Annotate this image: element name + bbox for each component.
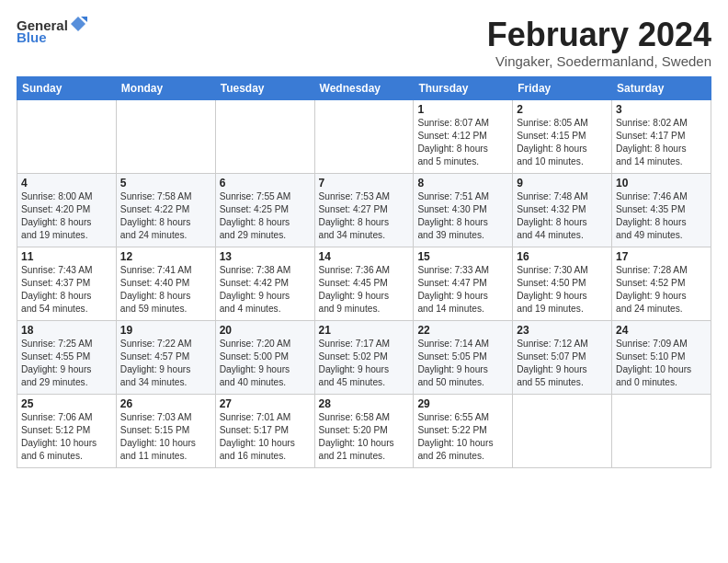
cell-0-6: 3Sunrise: 8:02 AM Sunset: 4:17 PM Daylig… — [612, 99, 711, 173]
day-number-1-0: 4 — [21, 177, 112, 190]
day-detail-3-5: Sunrise: 7:12 AM Sunset: 5:07 PM Dayligh… — [517, 338, 608, 390]
day-number-4-0: 25 — [21, 397, 112, 410]
cell-3-0: 18Sunrise: 7:25 AM Sunset: 4:55 PM Dayli… — [17, 320, 117, 394]
header-tuesday: Tuesday — [215, 76, 314, 99]
cell-4-6 — [612, 394, 711, 467]
day-number-3-3: 21 — [319, 324, 410, 337]
cell-0-2 — [215, 99, 314, 173]
logo-blue: Blue — [17, 29, 87, 45]
day-number-0-6: 3 — [616, 103, 707, 116]
cell-0-0 — [17, 99, 117, 173]
week-row-2: 11Sunrise: 7:43 AM Sunset: 4:37 PM Dayli… — [17, 247, 711, 320]
day-detail-1-2: Sunrise: 7:55 AM Sunset: 4:25 PM Dayligh… — [220, 190, 311, 243]
day-number-2-2: 13 — [220, 250, 311, 263]
day-detail-3-2: Sunrise: 7:20 AM Sunset: 5:00 PM Dayligh… — [220, 338, 311, 390]
cell-1-2: 6Sunrise: 7:55 AM Sunset: 4:25 PM Daylig… — [215, 173, 314, 247]
calendar-header: Sunday Monday Tuesday Wednesday Thursday… — [17, 76, 711, 99]
day-number-2-4: 15 — [417, 250, 508, 263]
day-detail-0-5: Sunrise: 8:05 AM Sunset: 4:15 PM Dayligh… — [517, 117, 608, 169]
day-number-0-5: 2 — [517, 103, 608, 116]
day-detail-2-2: Sunrise: 7:38 AM Sunset: 4:42 PM Dayligh… — [220, 264, 311, 316]
day-detail-4-1: Sunrise: 7:03 AM Sunset: 5:15 PM Dayligh… — [120, 411, 211, 464]
day-number-4-3: 28 — [319, 397, 410, 410]
day-detail-1-1: Sunrise: 7:58 AM Sunset: 4:22 PM Dayligh… — [120, 190, 211, 243]
day-number-1-6: 10 — [616, 177, 707, 190]
day-detail-3-6: Sunrise: 7:09 AM Sunset: 5:10 PM Dayligh… — [616, 338, 707, 390]
cell-0-4: 1Sunrise: 8:07 AM Sunset: 4:12 PM Daylig… — [414, 99, 513, 173]
day-detail-2-3: Sunrise: 7:36 AM Sunset: 4:45 PM Dayligh… — [319, 264, 410, 316]
cell-1-4: 8Sunrise: 7:51 AM Sunset: 4:30 PM Daylig… — [414, 173, 513, 247]
cell-3-6: 24Sunrise: 7:09 AM Sunset: 5:10 PM Dayli… — [612, 320, 711, 394]
cell-0-3 — [314, 99, 414, 173]
day-detail-2-5: Sunrise: 7:30 AM Sunset: 4:50 PM Dayligh… — [517, 264, 608, 316]
logo: General Blue — [17, 17, 87, 45]
day-number-1-2: 6 — [220, 177, 311, 190]
cell-4-4: 29Sunrise: 6:55 AM Sunset: 5:22 PM Dayli… — [414, 394, 513, 467]
day-detail-2-0: Sunrise: 7:43 AM Sunset: 4:37 PM Dayligh… — [21, 264, 112, 316]
page: General Blue February 2024 Vingaker, Soe… — [0, 0, 728, 477]
location: Vingaker, Soedermanland, Sweden — [487, 53, 711, 69]
day-detail-4-4: Sunrise: 6:55 AM Sunset: 5:22 PM Dayligh… — [417, 411, 508, 464]
day-number-3-1: 19 — [120, 324, 211, 337]
day-number-3-4: 22 — [417, 324, 508, 337]
cell-4-5 — [513, 394, 612, 467]
day-detail-1-5: Sunrise: 7:48 AM Sunset: 4:32 PM Dayligh… — [517, 190, 608, 243]
day-number-4-4: 29 — [417, 397, 508, 410]
header-friday: Friday — [513, 76, 612, 99]
header: General Blue February 2024 Vingaker, Soe… — [17, 17, 711, 69]
cell-4-0: 25Sunrise: 7:06 AM Sunset: 5:12 PM Dayli… — [17, 394, 117, 467]
cell-4-1: 26Sunrise: 7:03 AM Sunset: 5:15 PM Dayli… — [116, 394, 215, 467]
header-monday: Monday — [116, 76, 215, 99]
cell-2-0: 11Sunrise: 7:43 AM Sunset: 4:37 PM Dayli… — [17, 247, 117, 320]
day-number-1-1: 5 — [120, 177, 211, 190]
cell-0-5: 2Sunrise: 8:05 AM Sunset: 4:15 PM Daylig… — [513, 99, 612, 173]
cell-3-5: 23Sunrise: 7:12 AM Sunset: 5:07 PM Dayli… — [513, 320, 612, 394]
day-number-0-4: 1 — [417, 103, 508, 116]
day-number-2-1: 12 — [120, 250, 211, 263]
week-row-0: 1Sunrise: 8:07 AM Sunset: 4:12 PM Daylig… — [17, 99, 711, 173]
day-detail-3-0: Sunrise: 7:25 AM Sunset: 4:55 PM Dayligh… — [21, 338, 112, 390]
cell-1-0: 4Sunrise: 8:00 AM Sunset: 4:20 PM Daylig… — [17, 173, 117, 247]
day-detail-2-4: Sunrise: 7:33 AM Sunset: 4:47 PM Dayligh… — [417, 264, 508, 316]
cell-2-3: 14Sunrise: 7:36 AM Sunset: 4:45 PM Dayli… — [314, 247, 414, 320]
day-number-1-4: 8 — [417, 177, 508, 190]
day-detail-4-2: Sunrise: 7:01 AM Sunset: 5:17 PM Dayligh… — [220, 411, 311, 464]
header-sunday: Sunday — [17, 76, 117, 99]
cell-2-6: 17Sunrise: 7:28 AM Sunset: 4:52 PM Dayli… — [612, 247, 711, 320]
cell-1-5: 9Sunrise: 7:48 AM Sunset: 4:32 PM Daylig… — [513, 173, 612, 247]
week-row-1: 4Sunrise: 8:00 AM Sunset: 4:20 PM Daylig… — [17, 173, 711, 247]
day-number-3-2: 20 — [220, 324, 311, 337]
day-detail-0-6: Sunrise: 8:02 AM Sunset: 4:17 PM Dayligh… — [616, 117, 707, 169]
day-number-2-0: 11 — [21, 250, 112, 263]
day-detail-1-3: Sunrise: 7:53 AM Sunset: 4:27 PM Dayligh… — [319, 190, 410, 243]
calendar-table: Sunday Monday Tuesday Wednesday Thursday… — [17, 76, 711, 468]
day-number-3-0: 18 — [21, 324, 112, 337]
week-row-4: 25Sunrise: 7:06 AM Sunset: 5:12 PM Dayli… — [17, 394, 711, 467]
day-detail-3-4: Sunrise: 7:14 AM Sunset: 5:05 PM Dayligh… — [417, 338, 508, 390]
cell-1-1: 5Sunrise: 7:58 AM Sunset: 4:22 PM Daylig… — [116, 173, 215, 247]
cell-3-2: 20Sunrise: 7:20 AM Sunset: 5:00 PM Dayli… — [215, 320, 314, 394]
day-number-3-6: 24 — [616, 324, 707, 337]
header-saturday: Saturday — [612, 76, 711, 99]
week-row-3: 18Sunrise: 7:25 AM Sunset: 4:55 PM Dayli… — [17, 320, 711, 394]
day-detail-1-0: Sunrise: 8:00 AM Sunset: 4:20 PM Dayligh… — [21, 190, 112, 243]
header-row: Sunday Monday Tuesday Wednesday Thursday… — [17, 76, 711, 99]
day-detail-0-4: Sunrise: 8:07 AM Sunset: 4:12 PM Dayligh… — [417, 117, 508, 169]
day-detail-2-1: Sunrise: 7:41 AM Sunset: 4:40 PM Dayligh… — [120, 264, 211, 316]
cell-2-1: 12Sunrise: 7:41 AM Sunset: 4:40 PM Dayli… — [116, 247, 215, 320]
cell-3-3: 21Sunrise: 7:17 AM Sunset: 5:02 PM Dayli… — [314, 320, 414, 394]
day-detail-4-0: Sunrise: 7:06 AM Sunset: 5:12 PM Dayligh… — [21, 411, 112, 464]
day-detail-4-3: Sunrise: 6:58 AM Sunset: 5:20 PM Dayligh… — [319, 411, 410, 464]
day-number-3-5: 23 — [517, 324, 608, 337]
header-thursday: Thursday — [414, 76, 513, 99]
header-wednesday: Wednesday — [314, 76, 414, 99]
day-detail-2-6: Sunrise: 7:28 AM Sunset: 4:52 PM Dayligh… — [616, 264, 707, 316]
cell-4-3: 28Sunrise: 6:58 AM Sunset: 5:20 PM Dayli… — [314, 394, 414, 467]
day-detail-1-4: Sunrise: 7:51 AM Sunset: 4:30 PM Dayligh… — [417, 190, 508, 243]
day-detail-3-1: Sunrise: 7:22 AM Sunset: 4:57 PM Dayligh… — [120, 338, 211, 390]
day-detail-3-3: Sunrise: 7:17 AM Sunset: 5:02 PM Dayligh… — [319, 338, 410, 390]
cell-2-4: 15Sunrise: 7:33 AM Sunset: 4:47 PM Dayli… — [414, 247, 513, 320]
day-number-4-2: 27 — [220, 397, 311, 410]
cell-3-4: 22Sunrise: 7:14 AM Sunset: 5:05 PM Dayli… — [414, 320, 513, 394]
cell-2-5: 16Sunrise: 7:30 AM Sunset: 4:50 PM Dayli… — [513, 247, 612, 320]
